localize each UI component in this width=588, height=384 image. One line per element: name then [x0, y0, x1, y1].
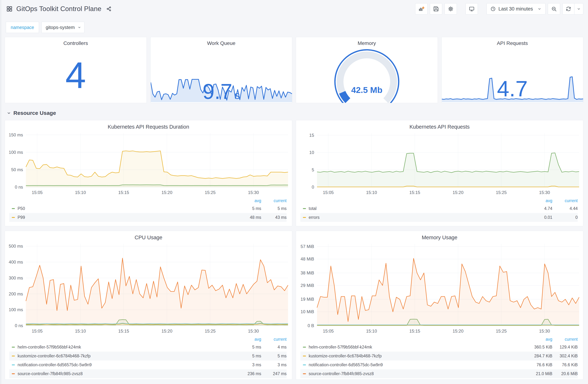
- refresh-icon: [566, 6, 571, 12]
- svg-text:15:05: 15:05: [32, 329, 42, 333]
- chevron-down-icon: [537, 7, 542, 11]
- legend-col-current[interactable]: current: [261, 198, 287, 203]
- legend-col-current[interactable]: current: [552, 198, 578, 203]
- add-panel-button[interactable]: [415, 3, 427, 15]
- legend-avg-value: 4.74: [525, 206, 552, 211]
- legend-current-value: 247 ms: [261, 371, 287, 376]
- time-range-label: Last 30 minutes: [498, 6, 533, 12]
- chevron-down-icon: [577, 7, 581, 11]
- legend-row: P505 ms5 ms: [9, 204, 287, 213]
- legend-col-avg[interactable]: avg: [525, 198, 552, 203]
- svg-text:0: 0: [312, 185, 314, 190]
- svg-text:15:25: 15:25: [205, 190, 216, 195]
- legend-series-name[interactable]: helm-controller-57f9b56bbf-k24mk: [300, 345, 525, 350]
- legend-series-name[interactable]: source-controller-7fb84fc985-zvsz8: [9, 371, 234, 376]
- svg-text:200 ms: 200 ms: [9, 291, 23, 296]
- panel-k8s-api-duration: Kubernetes API Requests Duration 15:0515…: [5, 120, 292, 226]
- legend-series-name[interactable]: helm-controller-57f9b56bbf-k24mk: [9, 345, 234, 350]
- svg-text:100 ms: 100 ms: [9, 150, 23, 155]
- svg-text:300 ms: 300 ms: [9, 276, 23, 280]
- gear-icon: [448, 6, 454, 12]
- panel-title: Memory: [296, 37, 438, 46]
- top-bar: GitOps Toolkit Control Plane: [0, 0, 588, 15]
- legend-header: avgcurrent: [9, 336, 287, 343]
- svg-text:15:25: 15:25: [205, 329, 216, 333]
- variable-label-chip: namespace: [6, 22, 39, 33]
- legend-series-name[interactable]: total: [300, 206, 525, 211]
- legend-series-name[interactable]: errors: [300, 215, 525, 220]
- legend-avg-value: 5 ms: [234, 345, 261, 350]
- chart-plot[interactable]: 15:0515:1015:1515:2015:2515:300 ns50 ms1…: [5, 130, 292, 196]
- chart-legend: avgcurrenthelm-controller-57f9b56bbf-k24…: [5, 335, 292, 378]
- legend-series-name[interactable]: notification-controller-6d56575dc-5w9n9: [9, 363, 234, 367]
- chart-title: CPU Usage: [5, 231, 292, 241]
- legend-row: errors0.010: [300, 213, 578, 222]
- legend-row: total4.744.44: [300, 204, 578, 213]
- refresh-button[interactable]: [563, 3, 574, 14]
- save-icon: [433, 6, 439, 12]
- svg-text:150 ms: 150 ms: [9, 132, 23, 137]
- chart-title: Memory Usage: [296, 231, 583, 241]
- legend-col-avg[interactable]: avg: [234, 198, 261, 203]
- cycle-view-button[interactable]: [465, 3, 478, 15]
- legend-row: source-controller-7fb84fc985-zvsz8236 ms…: [9, 369, 287, 378]
- legend-avg-value: 21.0 MiB: [525, 371, 552, 376]
- svg-text:5: 5: [312, 167, 314, 172]
- svg-text:15:15: 15:15: [409, 190, 420, 195]
- zoom-out-icon: [551, 6, 557, 12]
- legend-col-current[interactable]: current: [552, 337, 578, 342]
- monitor-icon: [469, 6, 475, 12]
- save-dashboard-button[interactable]: [430, 3, 442, 15]
- chart-plot[interactable]: 15:0515:1015:1515:2015:2515:300 B10 MiB1…: [296, 241, 583, 335]
- legend-col-avg[interactable]: avg: [525, 337, 552, 342]
- legend-col-current[interactable]: current: [261, 337, 287, 342]
- panel-memory: Memory 42.5 Mb: [296, 37, 438, 103]
- legend-avg-value: 0.01: [525, 215, 552, 220]
- dashboard-settings-button[interactable]: [444, 3, 457, 15]
- row-toggle-resource-usage[interactable]: Resource Usage: [0, 103, 56, 116]
- legend-series-name[interactable]: P99: [9, 215, 234, 220]
- svg-text:0 ns: 0 ns: [15, 323, 23, 328]
- legend-avg-value: 284.7 KiB: [525, 354, 552, 359]
- legend-series-name[interactable]: notification-controller-6d56575dc-5w9n9: [300, 363, 525, 367]
- svg-text:15: 15: [309, 133, 314, 138]
- svg-text:42.5 Mb: 42.5 Mb: [351, 85, 382, 95]
- legend-col-avg[interactable]: avg: [234, 337, 261, 342]
- legend-row: notification-controller-6d56575dc-5w9n97…: [300, 361, 578, 369]
- legend-avg-value: 5 ms: [234, 206, 261, 211]
- legend-row: kustomize-controller-6c6784b468-7kzfp5 m…: [9, 352, 287, 361]
- page-edge-strip: [0, 0, 1, 384]
- share-icon[interactable]: [106, 6, 112, 12]
- legend-series-name[interactable]: source-controller-7fb84fc985-zvsz8: [300, 371, 525, 376]
- refresh-interval-dropdown[interactable]: [574, 3, 583, 14]
- legend-series-name[interactable]: P50: [9, 206, 234, 211]
- legend-current-value: 4 ms: [261, 345, 287, 350]
- chart-title: Kubernetes API Requests: [296, 120, 583, 130]
- chevron-down-icon: [6, 111, 11, 115]
- svg-text:38 MiB: 38 MiB: [300, 270, 314, 275]
- panel-title: Controllers: [5, 37, 147, 46]
- legend-current-value: 129.4 KiB: [552, 345, 578, 350]
- chart-plot[interactable]: 15:0515:1015:1515:2015:2515:30051015: [296, 130, 583, 196]
- legend-series-name[interactable]: kustomize-controller-6c6784b468-7kzfp: [300, 354, 525, 359]
- chart-legend: avgcurrentP505 ms5 msP9948 ms43 ms: [5, 196, 292, 222]
- namespace-dropdown[interactable]: gitops-system: [42, 22, 84, 33]
- legend-series-name[interactable]: kustomize-controller-6c6784b468-7kzfp: [9, 354, 234, 359]
- namespace-value: gitops-system: [46, 25, 75, 30]
- svg-text:15:15: 15:15: [118, 329, 129, 333]
- panel-title: API Requests: [442, 37, 583, 46]
- panel-cpu-usage: CPU Usage 15:0515:1015:1515:2015:2515:30…: [5, 231, 292, 380]
- svg-text:15:30: 15:30: [539, 190, 550, 195]
- svg-text:19 MiB: 19 MiB: [300, 297, 314, 301]
- clock-icon: [490, 6, 496, 12]
- stats-row: Controllers 4 Work Queue 9.7s Memory 42.…: [0, 33, 588, 103]
- legend-header: avgcurrent: [300, 197, 578, 204]
- dashboard-grid-icon: [6, 6, 13, 12]
- chart-plot[interactable]: 15:0515:1015:1515:2015:2515:300 ns100 ms…: [5, 241, 292, 335]
- legend-header: avgcurrent: [9, 197, 287, 204]
- zoom-out-button[interactable]: [548, 3, 560, 15]
- svg-text:15:15: 15:15: [409, 329, 420, 333]
- time-range-picker[interactable]: Last 30 minutes: [486, 3, 546, 15]
- memory-gauge: 42.5 Mb: [296, 45, 438, 103]
- variables-row: namespace gitops-system: [0, 15, 588, 33]
